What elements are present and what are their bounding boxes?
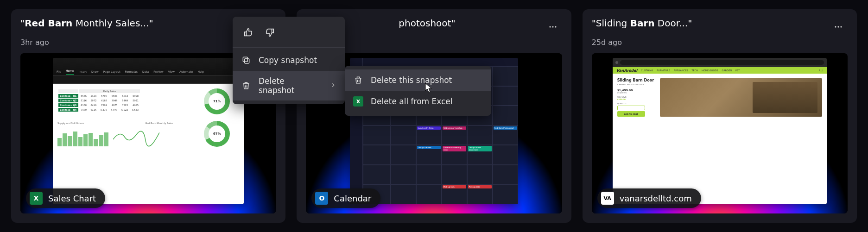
site-icon: VA <box>601 192 614 205</box>
svg-point-7 <box>837 26 839 27</box>
excel-icon: X <box>353 96 363 107</box>
context-menu: Copy snapshot Delete snapshot <box>233 17 345 104</box>
menu-item-label: Delete this snapshot <box>371 75 452 85</box>
menu-item-label: Delete snapshot <box>259 76 323 95</box>
more-button[interactable] <box>544 18 562 36</box>
browser-window: VanArsdel CLOTHINGFURNITUREAPPLIANCESTEC… <box>613 58 827 204</box>
svg-rect-10 <box>243 57 247 62</box>
badge-label: Sales Chart <box>48 194 96 203</box>
snapshot-time: 25d ago <box>592 38 848 47</box>
menu-item-label: Copy snapshot <box>259 56 317 65</box>
badge-label: Calendar <box>334 194 371 203</box>
thumbs-up-button[interactable] <box>241 25 256 40</box>
app-badge: O Calendar <box>311 188 380 208</box>
snapshot-card[interactable]: "Sliding Barn Door..." 25d ago VanArsdel… <box>583 9 857 223</box>
cursor-icon <box>424 82 434 94</box>
app-badge: VA vanarsdelltd.com <box>597 188 701 208</box>
ellipsis-icon <box>834 22 843 31</box>
svg-point-6 <box>835 26 836 27</box>
outlook-icon: O <box>315 192 328 205</box>
badge-label: vanarsdelltd.com <box>620 194 692 203</box>
chevron-right-icon <box>330 81 336 90</box>
ellipsis-icon <box>548 22 558 31</box>
trash-icon <box>241 81 251 91</box>
trash-icon <box>353 75 363 85</box>
thumbs-down-icon <box>265 27 275 38</box>
thumbs-up-icon <box>243 27 253 38</box>
menu-item-delete-this-snapshot[interactable]: Delete this snapshot <box>345 69 491 91</box>
copy-icon <box>241 55 251 65</box>
svg-point-4 <box>552 26 553 27</box>
excel-icon: X <box>30 192 43 205</box>
svg-rect-9 <box>245 59 249 63</box>
more-button[interactable] <box>829 18 848 36</box>
snapshot-thumbnail[interactable]: VanArsdel CLOTHINGFURNITUREAPPLIANCESTEC… <box>592 53 848 213</box>
excel-window: FileHomeInsertDrawPage LayoutFormulasDat… <box>53 58 244 204</box>
app-badge: X Sales Chart <box>26 188 105 208</box>
menu-divider <box>233 47 345 48</box>
menu-item-copy-snapshot[interactable]: Copy snapshot <box>233 50 345 71</box>
svg-point-8 <box>840 26 842 27</box>
svg-point-5 <box>555 26 556 27</box>
snapshot-title: "Red Barn Monthly Sales..." <box>20 18 153 29</box>
context-submenu: Delete this snapshot X Delete all from E… <box>345 66 491 116</box>
svg-point-3 <box>549 26 551 27</box>
menu-item-delete-all-from-excel[interactable]: X Delete all from Excel <box>345 91 491 112</box>
thumbs-down-button[interactable] <box>262 25 277 40</box>
snapshot-title: "Sliding Barn Door..." <box>592 18 692 29</box>
menu-item-delete-snapshot[interactable]: Delete snapshot <box>233 71 345 100</box>
menu-item-label: Delete all from Excel <box>371 97 453 106</box>
